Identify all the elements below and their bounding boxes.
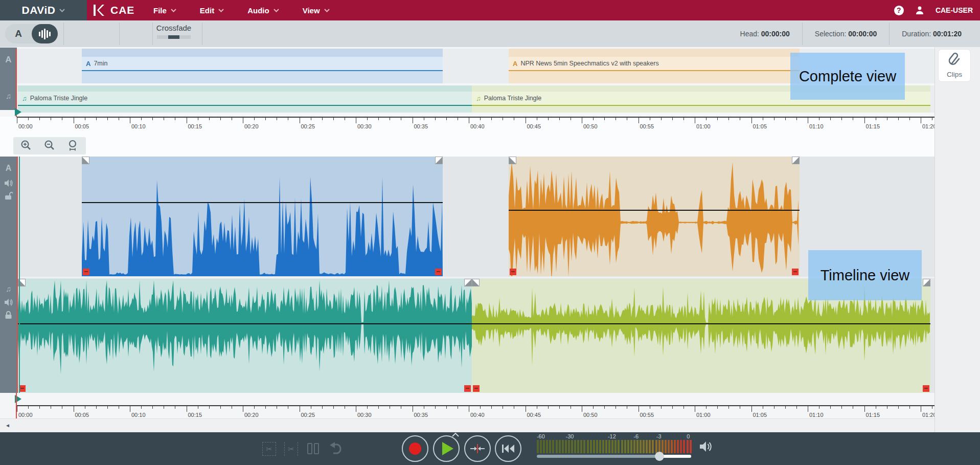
menu-view[interactable]: View [303,6,330,15]
overview-playhead[interactable] [16,49,17,117]
ruler-time-label: 01:05 [753,412,767,418]
fade-out-handle[interactable] [435,157,443,164]
meter-segment [574,440,576,453]
crossfade-control[interactable]: Crossfade [153,24,194,39]
menu-edit[interactable]: Edit [200,6,224,15]
ruler-minor-tick [141,406,142,409]
track-a-speaker-icon[interactable] [4,179,13,187]
top-menu-bar: DAViD CAE FileEditAudioView ? CAE-USER [0,0,980,20]
overview-clip[interactable]: ANPR News 5min Speechmatics v2 with spea… [509,49,800,83]
menu-audio[interactable]: Audio [247,6,279,15]
overview-ruler[interactable]: 00:0000:0500:1000:1500:2000:2500:3000:35… [0,117,935,135]
ruler-minor-tick [345,118,345,120]
user-icon[interactable] [915,6,924,15]
ruler-minor-tick [503,118,503,120]
volume-envelope-line[interactable] [82,202,443,203]
cut-region-icon[interactable]: ✂ [284,442,298,456]
fade-out-handle[interactable] [792,157,800,164]
meter-segment [640,440,642,453]
ruler-minor-tick [288,406,288,409]
ruler-time-label: 00:00 [18,412,33,418]
overview-head-marker[interactable] [15,108,21,116]
fade-in-handle[interactable] [509,157,516,164]
topbar-right: ? CAE-USER [894,0,973,20]
meter-scale-label: -3 [656,433,662,439]
clip-end-marker[interactable] [923,385,929,392]
horizontal-scrollbar[interactable]: ◄ [0,418,935,432]
meter-scale-label: -30 [565,433,574,439]
fade-out-handle[interactable] [464,279,472,286]
ruler-minor-tick [796,118,797,120]
clip-end-marker[interactable] [792,269,799,275]
clip-end-marker[interactable] [464,385,471,392]
ruler-minor-tick [898,118,899,120]
volume-slider-thumb[interactable] [655,452,664,461]
brand-menu[interactable]: DAViD [0,0,87,20]
zoom-out-button[interactable] [43,139,56,152]
ruler-major-tick [469,118,469,123]
revert-icon[interactable] [329,441,344,456]
track-music-lock-icon[interactable] [4,311,13,319]
timeline-clip[interactable] [509,157,800,276]
current-user[interactable]: CAE-USER [936,6,973,14]
ruler-minor-tick [559,406,560,409]
timeline-playhead[interactable] [17,157,18,393]
ruler-minor-tick [763,406,763,409]
ruler-minor-tick [107,406,108,409]
help-icon[interactable]: ? [894,6,904,15]
ruler-minor-tick [85,406,85,409]
ruler-minor-tick [559,118,560,120]
ruler-minor-tick [277,118,277,120]
text-mode-button[interactable]: A [5,24,32,43]
meter-segment [633,440,635,453]
master-volume-icon[interactable] [699,440,714,453]
play-options-caret-icon[interactable] [452,433,459,437]
meter-segment [593,440,595,453]
locate-selection-button[interactable] [464,435,491,462]
menu-file[interactable]: File [153,6,176,15]
meter-segment [596,440,598,453]
overview-clip-band [18,106,472,113]
clip-start-marker[interactable] [83,269,89,275]
view-mode-toggle[interactable]: A [5,24,58,43]
clip-start-marker[interactable] [473,385,480,392]
fade-in-handle[interactable] [82,157,89,164]
ruler-playhead[interactable] [16,393,17,418]
fade-in-handle[interactable] [472,279,480,286]
fade-out-handle[interactable] [923,279,930,286]
overview-clip[interactable]: ♫Paloma Triste Jingle [18,85,472,113]
timeline-head-cursor[interactable] [19,157,20,393]
timeline-clip[interactable] [82,157,443,276]
clip-end-marker[interactable] [435,269,442,275]
ruler-minor-tick [232,406,232,409]
ruler-major-tick [864,406,865,412]
timeline-clips-area[interactable] [17,157,935,393]
split-clip-icon[interactable] [307,443,319,454]
volume-envelope-line[interactable] [472,323,930,324]
ruler-major-tick [921,406,921,412]
ruler-major-tick [808,406,808,412]
record-button[interactable] [402,435,428,462]
track-music-speaker-icon[interactable] [4,298,13,306]
volume-slider[interactable] [537,455,691,458]
ruler-minor-tick [254,118,255,120]
track-a-unlock-icon[interactable] [4,191,13,200]
play-button[interactable] [433,435,460,462]
clip-start-marker[interactable] [510,269,516,275]
overview-clip[interactable]: A7min [82,49,443,83]
ruler-time-label: 00:50 [583,123,598,129]
cut-selection-icon[interactable]: ✂ [262,442,276,456]
scroll-left-arrow[interactable]: ◄ [5,423,10,428]
zoom-in-button[interactable] [19,139,33,152]
timeline-clip[interactable] [18,279,472,393]
ruler-minor-tick [853,406,853,409]
go-to-start-button[interactable] [495,435,521,462]
ruler-time-label: 00:25 [301,123,315,129]
clips-panel-button[interactable]: Clips [938,49,971,82]
timeline-ruler[interactable]: 00:0000:0500:1000:1500:2000:2500:3000:35… [0,393,935,418]
volume-envelope-line[interactable] [18,323,472,324]
crossfade-slider[interactable] [157,35,191,39]
zoom-fit-button[interactable] [66,139,79,152]
waveform-mode-button[interactable] [32,24,58,43]
volume-envelope-line[interactable] [509,210,800,211]
